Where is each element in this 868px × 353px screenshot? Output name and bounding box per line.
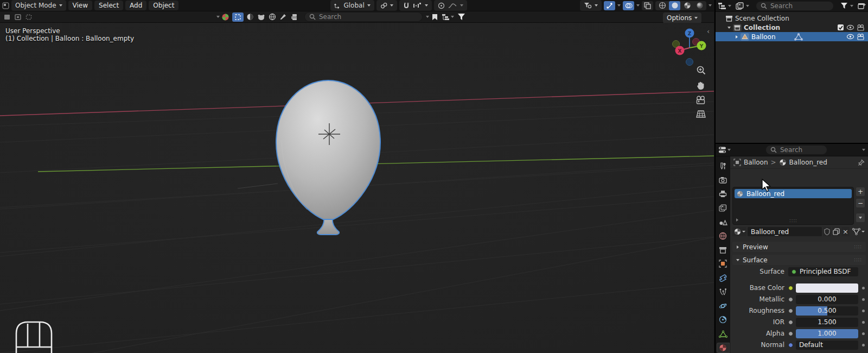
zoom-tool-icon[interactable] [696, 65, 706, 75]
normal-input-field[interactable]: Default [796, 341, 858, 350]
menu-view[interactable]: View [68, 1, 92, 10]
surface-shader-button[interactable]: Principled BSDF [788, 267, 858, 276]
menu-object[interactable]: Object [149, 1, 178, 10]
browse-material-dropdown[interactable] [732, 227, 746, 236]
slot-list-expander[interactable] [736, 215, 739, 223]
select-mode-set-icon[interactable] [4, 14, 11, 21]
outliner-search-field[interactable]: Search [756, 1, 834, 11]
collection-expand-chevron[interactable] [727, 27, 731, 29]
filter-screen-toggle[interactable] [232, 12, 244, 22]
printer-icon[interactable] [290, 14, 298, 21]
collection-render-camera-icon[interactable] [857, 24, 865, 31]
proportional-edit-icon[interactable] [438, 2, 445, 9]
metallic-slider[interactable]: 0.000 [796, 295, 858, 304]
panel-collapse-arrow[interactable]: ‹ [707, 27, 710, 35]
brush-icon[interactable] [279, 13, 287, 21]
normal-decorator[interactable] [862, 344, 865, 346]
pin-icon[interactable] [858, 159, 865, 166]
outliner-row-collection[interactable]: Collection [716, 23, 868, 32]
show-overlays-toggle[interactable] [623, 1, 634, 10]
shading-solid-button[interactable] [669, 1, 680, 10]
new-collection-button[interactable] [858, 2, 866, 10]
tab-collection[interactable] [717, 245, 730, 255]
fake-user-shield-button[interactable] [823, 227, 831, 236]
viewport-search-field[interactable]: Search [304, 12, 423, 22]
new-material-copy-button[interactable] [832, 227, 840, 236]
menu-select[interactable]: Select [94, 1, 123, 10]
shading-material-button[interactable] [681, 1, 693, 10]
tab-tool[interactable] [717, 161, 730, 171]
dropdown-chevron-icon[interactable] [426, 16, 429, 18]
navigation-gizmo[interactable]: Z X Y [671, 25, 710, 67]
collection-hide-eye-icon[interactable] [846, 24, 854, 30]
ior-slider[interactable]: 1.500 [796, 318, 858, 327]
balloon-hide-eye-icon[interactable] [846, 34, 854, 40]
outliner-filter-icon[interactable] [840, 2, 848, 9]
tab-physics[interactable] [717, 301, 730, 311]
object-mode-dropdown[interactable]: Object Mode [11, 0, 66, 11]
material-nodes-dropdown[interactable] [851, 227, 866, 236]
balloon-render-camera-icon[interactable] [857, 34, 865, 40]
contrast-sphere-icon[interactable] [246, 13, 254, 21]
remove-slot-button[interactable]: − [856, 198, 865, 208]
properties-editor-type-dropdown[interactable] [718, 146, 727, 154]
pivot-point-dropdown[interactable] [376, 0, 397, 11]
show-gizmo-toggle[interactable] [604, 1, 615, 10]
monkey-icon[interactable] [257, 14, 265, 21]
base-color-decorator[interactable] [862, 287, 865, 289]
material-slot-row[interactable]: Balloon_red [735, 189, 852, 198]
add-slot-button[interactable]: + [856, 187, 865, 197]
select-mode-extend-icon[interactable] [15, 14, 22, 21]
tab-constraints[interactable] [717, 315, 730, 325]
gizmo-neg-z[interactable] [686, 59, 693, 66]
roughness-decorator[interactable] [862, 310, 865, 312]
snap-magnet-icon[interactable] [403, 2, 410, 9]
proportional-falloff-dropdown[interactable] [448, 3, 457, 9]
material-name-field[interactable]: Balloon_red [748, 227, 822, 236]
shading-rendered-button[interactable] [694, 1, 705, 10]
shading-wireframe-button[interactable] [656, 1, 668, 10]
properties-header-chevron[interactable] [862, 149, 865, 151]
menu-add[interactable]: Add [125, 1, 146, 10]
collapse-chevron-icon[interactable] [216, 16, 220, 18]
outliner-editor-type-dropdown[interactable] [718, 2, 726, 9]
balloon-expand-chevron[interactable] [736, 35, 738, 39]
breadcrumb-object-label[interactable]: Balloon [744, 159, 768, 166]
preview-panel-grip[interactable]: :::: [854, 244, 862, 249]
display-mode-dropdown[interactable] [736, 2, 744, 10]
funnel-filter-icon[interactable] [457, 13, 465, 21]
surface-panel-header[interactable]: Surface :::: [732, 255, 866, 265]
metallic-decorator[interactable] [862, 298, 865, 301]
tab-output[interactable] [717, 189, 730, 199]
world-icon[interactable] [269, 13, 276, 21]
surface-panel-grip[interactable]: :::: [854, 257, 862, 262]
base-color-swatch[interactable] [796, 283, 858, 293]
select-mode-subtract-icon[interactable] [25, 14, 33, 21]
slot-specials-dropdown[interactable] [856, 213, 865, 223]
slot-list-grip[interactable]: :::: [789, 218, 797, 223]
bookmark-icon[interactable] [432, 14, 438, 21]
pan-hand-icon[interactable] [696, 80, 706, 91]
tab-world[interactable] [717, 231, 730, 241]
tab-particles[interactable] [717, 287, 730, 297]
tab-data[interactable] [717, 329, 730, 339]
outliner-row-balloon[interactable]: Balloon [716, 32, 868, 41]
tab-object[interactable] [717, 259, 730, 269]
breadcrumb-material-label[interactable]: Balloon_red [789, 159, 827, 166]
alpha-decorator[interactable] [862, 332, 865, 335]
tab-scene[interactable] [717, 217, 730, 227]
collection-checkbox[interactable] [837, 24, 844, 31]
xray-toggle[interactable] [642, 1, 653, 10]
visibility-filter-dropdown[interactable] [580, 0, 602, 11]
viewport-3d-scene[interactable] [0, 23, 714, 353]
tab-view-layer[interactable] [717, 203, 730, 213]
properties-search-field[interactable]: Search [765, 145, 827, 155]
tab-render[interactable] [717, 175, 730, 185]
options-dropdown[interactable]: Options [663, 12, 701, 23]
camera-view-icon[interactable] [695, 96, 706, 105]
outliner-row-scene-collection[interactable]: Scene Collection [716, 14, 868, 23]
transform-orientation-dropdown[interactable]: Global [330, 0, 374, 11]
preview-panel-header[interactable]: Preview :::: [732, 242, 866, 252]
editor-type-icon[interactable] [2, 2, 9, 9]
ior-decorator[interactable] [862, 321, 865, 324]
